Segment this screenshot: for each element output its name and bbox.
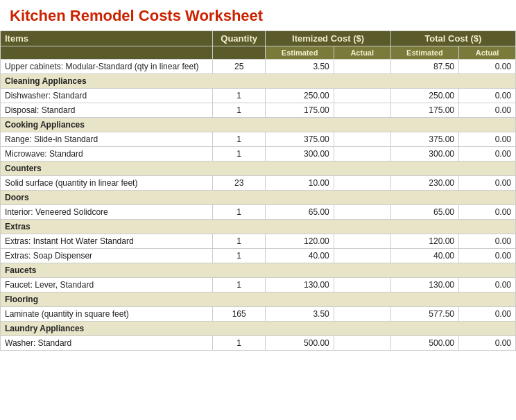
cell-0: Dishwasher: Standard — [1, 89, 213, 103]
cell-5: 0.00 — [459, 132, 516, 147]
cell-0: Faucet: Lever, Standard — [1, 278, 213, 292]
subheader-est1: Estimated — [266, 46, 334, 60]
category-label: Cooking Appliances — [1, 118, 516, 132]
cell-2: 130.00 — [266, 278, 334, 292]
cell-1: 1 — [212, 147, 265, 161]
table-row: Microwave: Standard1300.00300.000.00 — [1, 147, 516, 161]
table-row: Range: Slide-in Standard1375.00375.000.0… — [1, 132, 516, 147]
cell-1: 23 — [212, 176, 265, 191]
table-row: Faucet: Lever, Standard1130.00130.000.00 — [1, 278, 516, 292]
cell-3 — [334, 336, 390, 351]
table-row: Interior: Veneered Solidcore165.0065.000… — [1, 205, 516, 220]
cell-5: 0.00 — [459, 103, 516, 118]
cell-1: 1 — [212, 336, 265, 351]
cell-5: 0.00 — [459, 307, 516, 322]
category-label: Cleaning Appliances — [1, 74, 516, 89]
subheader-act1: Actual — [334, 46, 390, 60]
category-row: Laundry Appliances — [1, 322, 516, 336]
cell-5: 0.00 — [459, 60, 516, 74]
cell-0: Extras: Soap Dispenser — [1, 249, 213, 263]
cell-5: 0.00 — [459, 234, 516, 249]
cell-0: Range: Slide-in Standard — [1, 132, 213, 147]
cell-5: 0.00 — [459, 278, 516, 292]
header-row-2: Estimated Actual Estimated Actual — [1, 46, 516, 60]
cell-4: 120.00 — [390, 234, 458, 249]
category-label: Doors — [1, 191, 516, 205]
cell-3 — [334, 60, 390, 74]
cell-5: 0.00 — [459, 147, 516, 161]
cell-4: 175.00 — [390, 103, 458, 118]
cell-3 — [334, 234, 390, 249]
cell-3 — [334, 132, 390, 147]
col-qty-header: Quantity — [212, 31, 265, 46]
cell-3 — [334, 89, 390, 103]
cell-1: 1 — [212, 205, 265, 220]
cell-2: 10.00 — [266, 176, 334, 191]
cell-1: 1 — [212, 103, 265, 118]
cell-2: 500.00 — [266, 336, 334, 351]
cell-4: 230.00 — [390, 176, 458, 191]
table-row: Upper cabinets: Modular-Standard (qty in… — [1, 60, 516, 74]
cell-5: 0.00 — [459, 205, 516, 220]
cell-4: 87.50 — [390, 60, 458, 74]
cell-5: 0.00 — [459, 176, 516, 191]
table-body: Upper cabinets: Modular-Standard (qty in… — [1, 60, 516, 351]
header-row-1: Items Quantity Itemized Cost ($) Total C… — [1, 31, 516, 46]
cell-0: Upper cabinets: Modular-Standard (qty in… — [1, 60, 213, 74]
cell-1: 25 — [212, 60, 265, 74]
col-itemized-header: Itemized Cost ($) — [266, 31, 390, 46]
table-row: Laminate (quantity in square feet)1653.5… — [1, 307, 516, 322]
cell-1: 165 — [212, 307, 265, 322]
category-label: Counters — [1, 161, 516, 176]
cell-5: 0.00 — [459, 336, 516, 351]
table-row: Extras: Soap Dispenser140.0040.000.00 — [1, 249, 516, 263]
category-row: Extras — [1, 220, 516, 234]
cell-4: 250.00 — [390, 89, 458, 103]
cell-2: 65.00 — [266, 205, 334, 220]
subheader-act2: Actual — [459, 46, 516, 60]
cell-2: 120.00 — [266, 234, 334, 249]
cell-1: 1 — [212, 249, 265, 263]
cell-4: 40.00 — [390, 249, 458, 263]
table-row: Solid surface (quantity in linear feet)2… — [1, 176, 516, 191]
category-label: Extras — [1, 220, 516, 234]
cell-4: 577.50 — [390, 307, 458, 322]
category-row: Doors — [1, 191, 516, 205]
cell-3 — [334, 205, 390, 220]
category-label: Laundry Appliances — [1, 322, 516, 336]
cell-5: 0.00 — [459, 249, 516, 263]
cell-4: 375.00 — [390, 132, 458, 147]
cell-1: 1 — [212, 132, 265, 147]
col-items-header: Items — [1, 31, 213, 46]
cell-2: 375.00 — [266, 132, 334, 147]
cell-3 — [334, 176, 390, 191]
category-label: Faucets — [1, 263, 516, 278]
cell-2: 3.50 — [266, 60, 334, 74]
category-label: Flooring — [1, 292, 516, 307]
cell-0: Laminate (quantity in square feet) — [1, 307, 213, 322]
subheader-est2: Estimated — [390, 46, 458, 60]
col-total-header: Total Cost ($) — [390, 31, 515, 46]
category-row: Cooking Appliances — [1, 118, 516, 132]
subheader-qty — [212, 46, 265, 60]
table-row: Extras: Instant Hot Water Standard1120.0… — [1, 234, 516, 249]
cell-5: 0.00 — [459, 89, 516, 103]
cell-2: 250.00 — [266, 89, 334, 103]
cell-1: 1 — [212, 89, 265, 103]
cell-0: Solid surface (quantity in linear feet) — [1, 176, 213, 191]
cell-4: 65.00 — [390, 205, 458, 220]
cell-3 — [334, 249, 390, 263]
cell-3 — [334, 307, 390, 322]
cell-4: 130.00 — [390, 278, 458, 292]
cell-0: Disposal: Standard — [1, 103, 213, 118]
cell-3 — [334, 103, 390, 118]
cell-3 — [334, 147, 390, 161]
cell-2: 40.00 — [266, 249, 334, 263]
worksheet-table: Items Quantity Itemized Cost ($) Total C… — [0, 30, 516, 351]
subheader-items — [1, 46, 213, 60]
category-row: Cleaning Appliances — [1, 74, 516, 89]
cell-1: 1 — [212, 234, 265, 249]
category-row: Faucets — [1, 263, 516, 278]
cell-0: Interior: Veneered Solidcore — [1, 205, 213, 220]
cell-1: 1 — [212, 278, 265, 292]
